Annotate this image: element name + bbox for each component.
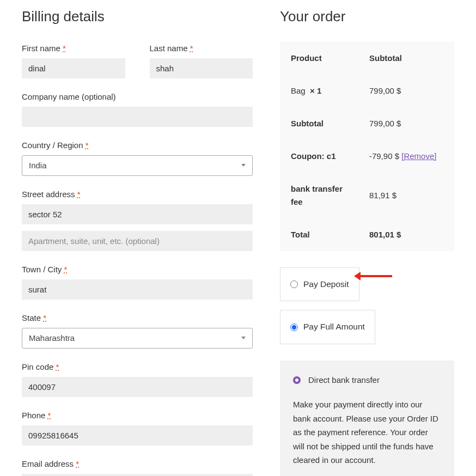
city-field: Town / City *	[22, 263, 253, 300]
fee-value: 81,91 $	[358, 173, 454, 218]
company-label: Company name (optional)	[22, 90, 253, 103]
last-name-input[interactable]	[150, 58, 253, 78]
company-input[interactable]	[22, 107, 253, 127]
city-input[interactable]	[22, 279, 253, 300]
header-subtotal: Subtotal	[358, 42, 454, 75]
total-label: Total	[280, 218, 358, 251]
last-name-label: Last name *	[150, 42, 253, 55]
table-row: Bag × 1 799,00 $	[280, 75, 454, 107]
billing-heading: Billing details	[22, 5, 253, 28]
remove-coupon-link[interactable]: [Remove]	[401, 151, 436, 161]
state-select[interactable]: Maharashtra	[22, 328, 253, 349]
subtotal-value: 799,00 $	[358, 107, 454, 140]
header-product: Product	[280, 42, 358, 75]
total-value: 801,01 $	[358, 218, 454, 251]
chevron-down-icon	[241, 337, 246, 339]
first-name-field: First name *	[22, 42, 125, 78]
country-value: India	[29, 159, 47, 172]
pin-input[interactable]	[22, 377, 253, 397]
order-section: Your order Product Subtotal Bag × 1 799,…	[280, 5, 454, 476]
street-input-1[interactable]	[22, 204, 253, 224]
email-input[interactable]	[22, 474, 253, 476]
chevron-down-icon	[241, 164, 246, 167]
street-label: Street address *	[22, 188, 253, 201]
order-heading: Your order	[280, 5, 454, 28]
company-field: Company name (optional)	[22, 90, 253, 127]
phone-label: Phone *	[22, 409, 253, 422]
item-name-cell: Bag × 1	[280, 75, 358, 107]
table-row: bank transfer fee 81,91 $	[280, 173, 454, 218]
first-name-label: First name *	[22, 42, 125, 55]
phone-input[interactable]	[22, 425, 253, 446]
pin-label: Pin code *	[22, 361, 253, 374]
country-field: Country / Region * India	[22, 139, 253, 176]
state-label: State *	[22, 312, 253, 325]
table-row: Subtotal 799,00 $	[280, 107, 454, 140]
pin-field: Pin code *	[22, 361, 253, 397]
country-select[interactable]: India	[22, 155, 253, 176]
street-input-2[interactable]	[22, 231, 253, 251]
payment-method-label: Direct bank transfer	[308, 374, 380, 387]
city-label: Town / City *	[22, 263, 253, 276]
radio-selected-icon	[293, 376, 301, 384]
country-label: Country / Region *	[22, 139, 253, 152]
state-field: State * Maharashtra	[22, 312, 253, 349]
annotation-arrow-icon	[359, 275, 392, 277]
pay-full-label: Pay Full Amount	[303, 320, 365, 334]
pay-full-radio[interactable]	[290, 324, 298, 331]
fee-label: bank transfer fee	[280, 173, 358, 218]
phone-field: Phone *	[22, 409, 253, 446]
payment-method-row[interactable]: Direct bank transfer	[293, 374, 441, 387]
first-name-input[interactable]	[22, 58, 125, 78]
pay-deposit-radio[interactable]	[290, 280, 298, 288]
last-name-field: Last name *	[150, 42, 253, 78]
email-label: Email address *	[22, 457, 253, 471]
pay-deposit-label: Pay Deposit	[303, 278, 349, 291]
item-price-cell: 799,00 $	[358, 75, 454, 107]
pay-full-option[interactable]: Pay Full Amount	[280, 310, 375, 344]
table-row: Coupon: c1 -79,90 $ [Remove]	[280, 140, 454, 173]
pay-deposit-option[interactable]: Pay Deposit	[280, 267, 359, 302]
street-field: Street address *	[22, 188, 253, 251]
table-row-total: Total 801,01 $	[280, 218, 454, 251]
state-value: Maharashtra	[29, 332, 75, 345]
subtotal-label: Subtotal	[280, 107, 358, 140]
payment-description: Make your payment directly into our bank…	[293, 398, 441, 467]
billing-section: Billing details First name * Last name *…	[22, 5, 253, 476]
coupon-value-cell: -79,90 $ [Remove]	[358, 140, 454, 173]
pay-options: Pay Deposit Pay Full Amount	[280, 267, 454, 345]
payment-box: Direct bank transfer Make your payment d…	[280, 361, 454, 476]
order-table: Product Subtotal Bag × 1 799,00 $ Subtot…	[280, 42, 454, 251]
email-field: Email address *	[22, 457, 253, 476]
coupon-label: Coupon: c1	[280, 140, 358, 173]
